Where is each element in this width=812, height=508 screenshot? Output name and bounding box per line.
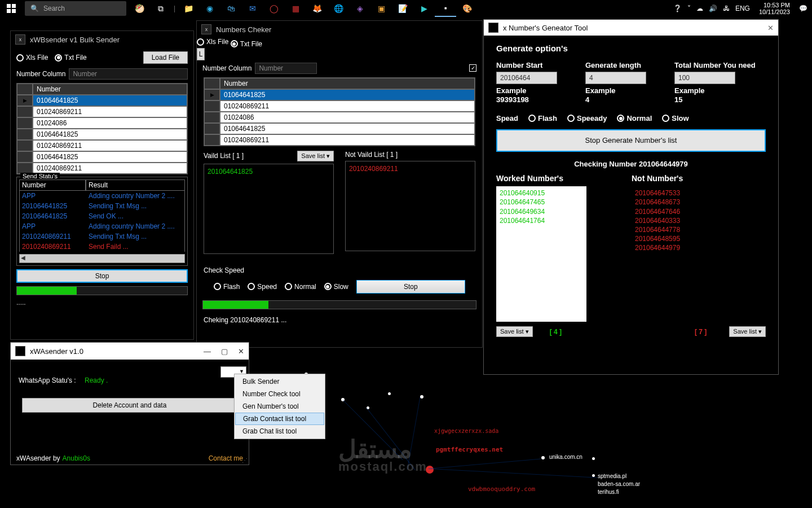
taskbar-icon[interactable]: 🥙: [129, 0, 150, 17]
menu-item[interactable]: Grab Chat list tool: [235, 425, 325, 437]
table-row[interactable]: 01024086: [17, 117, 187, 129]
firefox-icon[interactable]: 🦊: [306, 0, 328, 17]
worked-numbers-list[interactable]: 2010646409152010646474652010646496342010…: [496, 186, 586, 322]
app-icon[interactable]: ▦: [285, 0, 306, 17]
search-box[interactable]: 🔍 Search: [25, 1, 126, 16]
menu-item[interactable]: Grab Contact list tool: [235, 413, 324, 425]
contact-link[interactable]: Contact me: [209, 454, 243, 462]
window-title: xWBsender v1 Bulk Sender: [30, 36, 120, 44]
table-row[interactable]: 01024086: [204, 112, 475, 123]
app-icon: x: [488, 23, 498, 33]
title-bar[interactable]: x Numbers Cheker: [197, 21, 482, 38]
onedrive-icon[interactable]: ☁: [696, 5, 703, 12]
total-number-input[interactable]: [674, 72, 735, 84]
number-column-label: Number Column: [202, 64, 251, 72]
close-icon[interactable]: ✕: [238, 347, 244, 356]
list-item: 201064644778: [635, 225, 718, 234]
running-app-icon[interactable]: ▪: [435, 0, 456, 17]
close-icon[interactable]: ✕: [767, 24, 774, 32]
menu-item[interactable]: Bulk Sender: [235, 375, 325, 388]
store-icon[interactable]: 🛍: [220, 0, 242, 17]
notepad-icon[interactable]: 📝: [392, 0, 413, 17]
opera-icon[interactable]: ◯: [263, 0, 285, 17]
number-column-combo[interactable]: Number: [255, 63, 317, 74]
number-column-label: Number Column: [16, 70, 65, 78]
notifications-icon[interactable]: 💬: [799, 5, 807, 12]
xls-radio[interactable]: Xls File: [16, 54, 48, 62]
start-button[interactable]: [0, 0, 23, 17]
list-item: 201064648595: [635, 234, 718, 243]
normal-radio[interactable]: Normal: [285, 283, 316, 291]
xls-radio[interactable]: Xls File: [197, 38, 228, 46]
not-valid-list[interactable]: 2010240869211: [345, 161, 475, 251]
clock[interactable]: 10:53 PM 10/11/2023: [756, 2, 793, 15]
speed-radio[interactable]: Speed: [248, 283, 277, 291]
edge-icon[interactable]: ◉: [199, 0, 220, 17]
maximize-icon[interactable]: ▢: [221, 347, 228, 356]
title-bar[interactable]: x x Number's Geneator Tool ✕: [484, 20, 778, 36]
table-row[interactable]: 01064641825: [17, 129, 187, 140]
menu-item[interactable]: Number Check tool: [235, 388, 325, 400]
table-row[interactable]: 01064641825: [204, 123, 475, 134]
normal-radio[interactable]: Normal: [617, 114, 652, 122]
save-list-button[interactable]: Save list ▾: [496, 326, 533, 337]
scrollbar[interactable]: [19, 254, 185, 263]
title-bar[interactable]: x xWBsender v1 Bulk Sender: [11, 31, 193, 48]
table-row[interactable]: 01064641825: [204, 89, 475, 100]
resize-grip[interactable]: ⋰: [242, 457, 246, 463]
checking-number-status: Checking Number 201064644979: [496, 160, 766, 168]
number-column-combo[interactable]: Number: [69, 68, 188, 80]
slow-radio[interactable]: Slow: [324, 283, 348, 291]
tools-menu: Bulk SenderNumber Check toolGen Number's…: [234, 374, 325, 439]
txt-radio[interactable]: Txt File: [55, 54, 86, 62]
table-row[interactable]: 010240869211: [17, 163, 187, 174]
numbers-grid[interactable]: Number 010646418250102408692110102408601…: [204, 77, 475, 146]
network-icon[interactable]: 🖧: [723, 5, 730, 12]
paint-icon[interactable]: 🎨: [456, 0, 478, 17]
language-indicator[interactable]: ENG: [735, 5, 750, 12]
flash-radio[interactable]: Flash: [214, 283, 240, 291]
stop-generate-button[interactable]: Stop Generate Number's list: [496, 129, 766, 152]
volume-icon[interactable]: 🔊: [709, 5, 717, 12]
chrome-icon[interactable]: 🌐: [328, 0, 349, 17]
speeady-radio[interactable]: Speeady: [567, 114, 607, 122]
table-row[interactable]: 01064641825: [17, 151, 187, 163]
mail-icon[interactable]: ✉: [242, 0, 263, 17]
media-icon[interactable]: ▶: [413, 0, 435, 17]
numbers-grid[interactable]: Number 010646418250102408692110102408601…: [16, 83, 188, 174]
save-list-button[interactable]: Save list ▾: [729, 326, 766, 337]
table-row[interactable]: 010240869211: [204, 100, 475, 112]
help-icon[interactable]: ❔: [673, 5, 682, 12]
vs-icon[interactable]: ◈: [349, 0, 370, 17]
generate-length-input[interactable]: [585, 72, 646, 84]
txt-radio[interactable]: Txt File: [231, 40, 262, 48]
table-row[interactable]: 010240869211: [17, 106, 187, 117]
chevron-up-icon[interactable]: ˅: [687, 5, 691, 12]
minimize-icon[interactable]: —: [204, 347, 211, 356]
not-numbers-list[interactable]: 2010646475332010646486732010646476462010…: [632, 186, 722, 322]
log-row: APPAdding country Number 2 ....: [19, 191, 185, 201]
menu-item[interactable]: Gen Number's tool: [235, 400, 325, 413]
load-button[interactable]: L: [197, 48, 205, 60]
delete-account-button[interactable]: Delete Account and data: [22, 398, 237, 413]
not-numbers-label: Not Number's: [632, 174, 722, 183]
slow-radio[interactable]: Slow: [662, 114, 689, 122]
valid-list[interactable]: 201064641825: [204, 164, 334, 254]
save-list-button[interactable]: Save list ▾: [297, 151, 334, 161]
table-row[interactable]: 010240869211: [204, 134, 475, 146]
stop-button[interactable]: Stop: [356, 280, 465, 294]
app-icon[interactable]: ▣: [370, 0, 392, 17]
task-view-icon[interactable]: ⧉: [150, 0, 171, 17]
load-file-button[interactable]: Load File: [143, 51, 188, 64]
stop-button[interactable]: Stop: [16, 269, 188, 283]
explorer-icon[interactable]: 📁: [178, 0, 199, 17]
checkbox[interactable]: ✓: [469, 64, 476, 72]
table-row[interactable]: 01064641825: [17, 95, 187, 106]
number-start-input[interactable]: [496, 72, 557, 84]
table-row[interactable]: 010240869211: [17, 140, 187, 151]
total-number-label: Total Number You need: [674, 61, 756, 69]
author-link[interactable]: Anubis0s: [63, 454, 90, 462]
log-row: 201064641825Sending Txt Msg ...: [19, 201, 185, 211]
title-bar[interactable]: x xWAsender v1.0 — ▢ ✕: [11, 343, 249, 360]
flash-radio[interactable]: Flash: [528, 114, 557, 122]
